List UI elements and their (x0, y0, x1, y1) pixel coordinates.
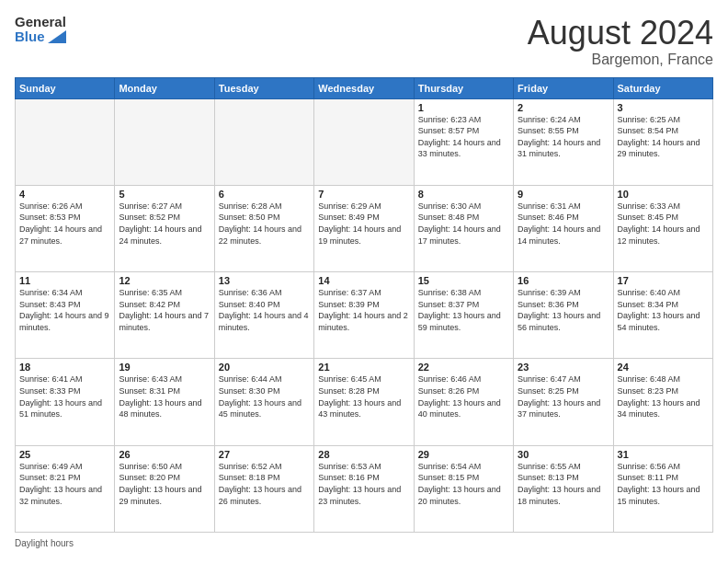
header-tuesday: Tuesday (214, 77, 313, 98)
info-line: Sunrise: 6:50 AM (119, 461, 210, 473)
info-line: Sunset: 8:16 PM (318, 472, 409, 484)
info-line: Sunrise: 6:56 AM (618, 461, 709, 473)
table-row: 26Sunrise: 6:50 AMSunset: 8:20 PMDayligh… (115, 445, 214, 532)
day-number: 11 (19, 275, 110, 286)
day-number: 31 (618, 449, 709, 460)
header-friday: Friday (514, 77, 613, 98)
day-number: 14 (318, 275, 409, 286)
footer: Daylight hours (15, 538, 713, 548)
header-monday: Monday (115, 77, 214, 98)
day-number: 3 (618, 102, 709, 113)
table-row: 8Sunrise: 6:30 AMSunset: 8:48 PMDaylight… (414, 185, 513, 271)
table-row: 7Sunrise: 6:29 AMSunset: 8:49 PMDaylight… (314, 185, 414, 271)
table-row (314, 98, 414, 185)
day-number: 27 (219, 449, 310, 460)
day-info: Sunrise: 6:38 AMSunset: 8:37 PMDaylight:… (418, 287, 509, 333)
table-row: 25Sunrise: 6:49 AMSunset: 8:21 PMDayligh… (16, 445, 115, 532)
info-line: Sunset: 8:23 PM (618, 385, 709, 397)
info-line: Daylight: 14 hours and 19 minutes. (318, 224, 409, 247)
day-number: 1 (418, 102, 509, 113)
logo-bird-icon (48, 30, 66, 43)
table-row: 30Sunrise: 6:55 AMSunset: 8:13 PMDayligh… (514, 445, 613, 532)
info-line: Daylight: 14 hours and 33 minutes. (418, 137, 509, 160)
info-line: Daylight: 13 hours and 20 minutes. (418, 484, 509, 507)
info-line: Sunset: 8:49 PM (318, 212, 409, 224)
info-line: Sunset: 8:11 PM (618, 472, 709, 484)
info-line: Sunrise: 6:48 AM (618, 373, 709, 385)
table-row: 22Sunrise: 6:46 AMSunset: 8:26 PMDayligh… (414, 359, 513, 445)
table-row (115, 98, 214, 185)
day-number: 22 (418, 362, 509, 373)
table-row: 9Sunrise: 6:31 AMSunset: 8:46 PMDaylight… (514, 185, 613, 271)
day-number: 16 (518, 275, 609, 286)
info-line: Sunrise: 6:41 AM (19, 373, 110, 385)
logo-text: General Blue (15, 15, 66, 44)
info-line: Sunrise: 6:45 AM (318, 373, 409, 385)
info-line: Sunset: 8:57 PM (418, 125, 509, 137)
info-line: Sunset: 8:30 PM (219, 385, 310, 397)
info-line: Sunset: 8:36 PM (518, 299, 609, 311)
header-thursday: Thursday (414, 77, 513, 98)
info-line: Sunset: 8:42 PM (119, 299, 210, 311)
info-line: Sunset: 8:39 PM (318, 299, 409, 311)
info-line: Sunrise: 6:33 AM (618, 201, 709, 213)
table-row: 11Sunrise: 6:34 AMSunset: 8:43 PMDayligh… (16, 272, 115, 359)
day-number: 13 (219, 275, 310, 286)
info-line: Sunset: 8:45 PM (618, 212, 709, 224)
day-number: 9 (518, 189, 609, 200)
info-line: Sunrise: 6:44 AM (219, 373, 310, 385)
day-info: Sunrise: 6:34 AMSunset: 8:43 PMDaylight:… (19, 287, 110, 333)
info-line: Daylight: 14 hours and 2 minutes. (318, 310, 409, 333)
info-line: Daylight: 13 hours and 51 minutes. (19, 397, 110, 420)
info-line: Daylight: 13 hours and 23 minutes. (318, 484, 409, 507)
table-row: 4Sunrise: 6:26 AMSunset: 8:53 PMDaylight… (16, 185, 115, 271)
table-row: 19Sunrise: 6:43 AMSunset: 8:31 PMDayligh… (115, 359, 214, 445)
info-line: Daylight: 13 hours and 40 minutes. (418, 397, 509, 420)
info-line: Daylight: 13 hours and 56 minutes. (518, 310, 609, 333)
day-info: Sunrise: 6:33 AMSunset: 8:45 PMDaylight:… (618, 201, 709, 247)
day-info: Sunrise: 6:27 AMSunset: 8:52 PMDaylight:… (119, 201, 210, 247)
day-header-row: Sunday Monday Tuesday Wednesday Thursday… (16, 77, 713, 98)
calendar-week-4: 18Sunrise: 6:41 AMSunset: 8:33 PMDayligh… (16, 359, 713, 445)
day-number: 7 (318, 189, 409, 200)
info-line: Sunset: 8:50 PM (219, 212, 310, 224)
day-info: Sunrise: 6:29 AMSunset: 8:49 PMDaylight:… (318, 201, 409, 247)
table-row: 15Sunrise: 6:38 AMSunset: 8:37 PMDayligh… (414, 272, 513, 359)
day-info: Sunrise: 6:30 AMSunset: 8:48 PMDaylight:… (418, 201, 509, 247)
day-number: 5 (119, 189, 210, 200)
table-row: 31Sunrise: 6:56 AMSunset: 8:11 PMDayligh… (613, 445, 712, 532)
info-line: Sunrise: 6:29 AM (318, 201, 409, 213)
info-line: Sunset: 8:34 PM (618, 299, 709, 311)
day-number: 25 (19, 449, 110, 460)
table-row: 6Sunrise: 6:28 AMSunset: 8:50 PMDaylight… (214, 185, 313, 271)
day-number: 15 (418, 275, 509, 286)
calendar-week-3: 11Sunrise: 6:34 AMSunset: 8:43 PMDayligh… (16, 272, 713, 359)
info-line: Sunset: 8:48 PM (418, 212, 509, 224)
day-info: Sunrise: 6:54 AMSunset: 8:15 PMDaylight:… (418, 461, 509, 507)
day-number: 29 (418, 449, 509, 460)
day-info: Sunrise: 6:25 AMSunset: 8:54 PMDaylight:… (618, 114, 709, 160)
day-info: Sunrise: 6:24 AMSunset: 8:55 PMDaylight:… (518, 114, 609, 160)
day-number: 4 (19, 189, 110, 200)
day-info: Sunrise: 6:41 AMSunset: 8:33 PMDaylight:… (19, 373, 110, 419)
day-number: 18 (19, 362, 110, 373)
table-row: 14Sunrise: 6:37 AMSunset: 8:39 PMDayligh… (314, 272, 414, 359)
table-row: 17Sunrise: 6:40 AMSunset: 8:34 PMDayligh… (613, 272, 712, 359)
table-row: 16Sunrise: 6:39 AMSunset: 8:36 PMDayligh… (514, 272, 613, 359)
table-row: 18Sunrise: 6:41 AMSunset: 8:33 PMDayligh… (16, 359, 115, 445)
table-row: 21Sunrise: 6:45 AMSunset: 8:28 PMDayligh… (314, 359, 414, 445)
info-line: Sunrise: 6:23 AM (418, 114, 509, 126)
daylight-label: Daylight hours (15, 538, 74, 548)
info-line: Sunrise: 6:37 AM (318, 287, 409, 299)
header-wednesday: Wednesday (314, 77, 414, 98)
info-line: Sunrise: 6:55 AM (518, 461, 609, 473)
day-number: 26 (119, 449, 210, 460)
table-row: 1Sunrise: 6:23 AMSunset: 8:57 PMDaylight… (414, 98, 513, 185)
calendar-table: Sunday Monday Tuesday Wednesday Thursday… (15, 77, 713, 533)
table-row: 2Sunrise: 6:24 AMSunset: 8:55 PMDaylight… (514, 98, 613, 185)
day-info: Sunrise: 6:55 AMSunset: 8:13 PMDaylight:… (518, 461, 609, 507)
svg-marker-0 (48, 30, 66, 43)
info-line: Sunrise: 6:40 AM (618, 287, 709, 299)
day-info: Sunrise: 6:39 AMSunset: 8:36 PMDaylight:… (518, 287, 609, 333)
day-info: Sunrise: 6:28 AMSunset: 8:50 PMDaylight:… (219, 201, 310, 247)
